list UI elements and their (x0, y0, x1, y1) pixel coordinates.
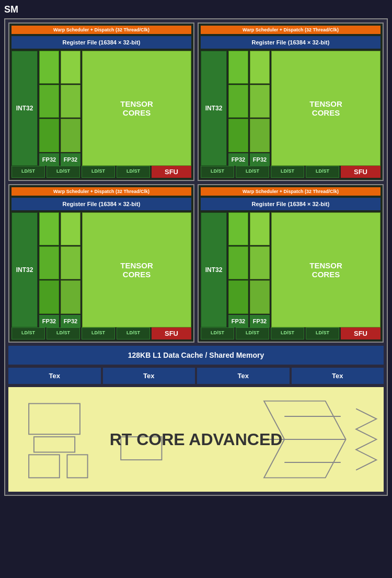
warp-scheduler-2: Warp Scheduler + Dispatch (32 Thread/Clk… (201, 26, 381, 34)
register-file-3: Register File (16384 × 32-bit) (11, 198, 191, 210)
cores-area-1: INT32 FP32 FP32 (11, 51, 191, 166)
register-file-1: Register File (16384 × 32-bit) (11, 36, 191, 49)
ldst-11: LD/ST (82, 327, 115, 339)
bottom-row-1: LD/ST LD/ST LD/ST LD/ST SFU (11, 166, 191, 178)
fp32-col2-4: FP32 (250, 212, 270, 327)
warp-scheduler-1: Warp Scheduler + Dispatch (32 Thread/Clk… (11, 26, 191, 34)
rt-core: RT CORE ADVANCED (8, 387, 384, 492)
fp32-col2-1: FP32 (61, 51, 80, 166)
fp32-label-bottom-4: FP32 (250, 153, 270, 166)
sm-title: SM (4, 4, 388, 15)
fp32-cell (39, 119, 59, 152)
int32-label-1: INT32 (16, 105, 33, 112)
ldst-7: LD/ST (271, 166, 304, 178)
fp32-col1-3: FP32 (39, 212, 59, 327)
fp32-col2-2: FP32 (250, 51, 270, 166)
tex-1: Tex (8, 368, 101, 384)
tex-row: Tex Tex Tex Tex (8, 368, 384, 384)
fp32-cell (228, 119, 248, 152)
fp32-cell (250, 212, 270, 245)
bottom-row-3: LD/ST LD/ST LD/ST LD/ST SFU (11, 327, 191, 339)
fp32-cell (228, 246, 248, 279)
fp32-cell (39, 85, 59, 118)
int32-col-1: INT32 (11, 51, 38, 166)
fp32-cell (228, 212, 248, 245)
ldst-14: LD/ST (236, 327, 269, 339)
fp32-col1-1: FP32 (39, 51, 59, 166)
fp32-label-bottom-7: FP32 (228, 315, 248, 327)
ldst-9: LD/ST (11, 327, 45, 339)
fp32-cell (39, 280, 59, 313)
sfu-3: SFU (152, 327, 191, 339)
cores-area-2: INT32 FP32 FP32 TENSORCORES (201, 51, 381, 166)
sfu-1: SFU (152, 166, 191, 178)
sub-sm-2: Warp Scheduler + Dispatch (32 Thread/Clk… (198, 22, 384, 181)
warp-scheduler-3: Warp Scheduler + Dispatch (32 Thread/Clk… (11, 187, 191, 196)
fp32-label-bottom-1: FP32 (39, 153, 59, 166)
fp32-cell (250, 51, 270, 84)
register-file-2: Register File (16384 × 32-bit) (201, 36, 381, 49)
rt-core-label: RT CORE ADVANCED (110, 430, 283, 449)
warp-scheduler-4: Warp Scheduler + Dispatch (32 Thread/Clk… (201, 187, 381, 196)
ldst-6: LD/ST (236, 166, 269, 178)
fp32-cell (250, 280, 270, 313)
fp32-cell (61, 85, 80, 118)
ldst-10: LD/ST (47, 327, 80, 339)
cores-area-3: INT32 FP32 FP32 TENSORCORES (11, 212, 191, 327)
int32-label-4: INT32 (205, 266, 223, 274)
tex-2: Tex (103, 368, 195, 384)
fp32-cell (61, 119, 80, 152)
sfu-4: SFU (341, 327, 381, 339)
fp32-cell (250, 246, 270, 279)
fp32-label-bottom-5: FP32 (39, 315, 59, 327)
fp32-cell (228, 85, 248, 118)
tex-3: Tex (197, 368, 290, 384)
tensor-cores-1: TENSORCORES (82, 51, 191, 166)
fp32-label-bottom-6: FP32 (61, 315, 80, 327)
tensor-cores-3: TENSORCORES (82, 212, 191, 327)
bottom-row-4: LD/ST LD/ST LD/ST LD/ST SFU (201, 327, 381, 339)
register-file-4: Register File (16384 × 32-bit) (201, 198, 381, 210)
ldst-13: LD/ST (201, 327, 234, 339)
ldst-15: LD/ST (271, 327, 304, 339)
fp32-cell (39, 212, 59, 245)
svg-rect-1 (34, 437, 75, 452)
fp32-cell (61, 212, 80, 245)
fp32-cell (250, 85, 270, 118)
fp32-col2-3: FP32 (61, 212, 80, 327)
fp32-label-bottom-2: FP32 (61, 153, 80, 166)
ldst-16: LD/ST (306, 327, 339, 339)
svg-rect-0 (29, 404, 80, 435)
outer-wrapper: SM Warp Scheduler + Dispatch (32 Thread/… (0, 0, 392, 500)
int32-col-2: INT32 (201, 51, 227, 166)
bottom-row-2: LD/ST LD/ST LD/ST LD/ST SFU (201, 166, 381, 178)
sub-sm-4: Warp Scheduler + Dispatch (32 Thread/Clk… (198, 184, 384, 343)
int32-col-3: INT32 (11, 212, 38, 327)
fp32-cell (250, 119, 270, 152)
tensor-cores-4: TENSORCORES (271, 212, 381, 327)
fp32-label-bottom-3: FP32 (228, 153, 248, 166)
sub-sm-1: Warp Scheduler + Dispatch (32 Thread/Clk… (8, 22, 194, 181)
sub-sm-grid: Warp Scheduler + Dispatch (32 Thread/Clk… (8, 22, 384, 343)
sfu-2: SFU (341, 166, 381, 178)
ldst-8: LD/ST (306, 166, 339, 178)
int32-col-4: INT32 (201, 212, 227, 327)
int32-label-3: INT32 (16, 266, 33, 274)
fp32-cell (39, 246, 59, 279)
tex-4: Tex (292, 368, 384, 384)
fp32-cell (61, 280, 80, 313)
fp32-col1-4: FP32 (228, 212, 248, 327)
svg-rect-2 (29, 455, 60, 478)
ldst-4: LD/ST (117, 166, 150, 178)
ldst-5: LD/ST (201, 166, 234, 178)
fp32-col1-2: FP32 (228, 51, 248, 166)
ldst-1: LD/ST (11, 166, 45, 178)
fp32-cell (39, 51, 59, 84)
sm-container: Warp Scheduler + Dispatch (32 Thread/Clk… (4, 18, 388, 496)
fp32-cell (228, 51, 248, 84)
cores-area-4: INT32 FP32 FP32 TENSORCORES (201, 212, 381, 327)
sub-sm-3: Warp Scheduler + Dispatch (32 Thread/Clk… (8, 184, 194, 343)
fp32-cell (61, 51, 80, 84)
l1-cache: 128KB L1 Data Cache / Shared Memory (8, 346, 384, 365)
svg-rect-3 (67, 455, 87, 478)
